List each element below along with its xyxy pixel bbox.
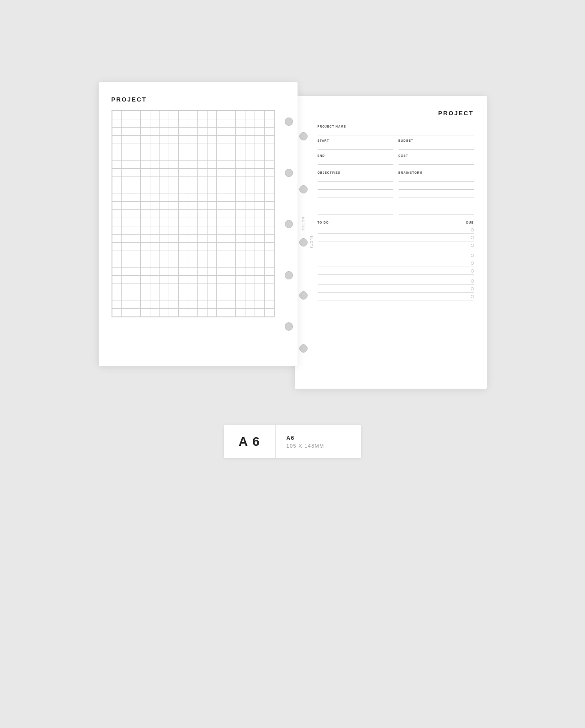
grid-cell: [226, 300, 236, 309]
grid-cell: [131, 119, 141, 128]
grid-cell: [140, 169, 150, 177]
grid-cell: [131, 243, 141, 251]
grid-cell: [188, 243, 198, 251]
grid-cell: [207, 268, 217, 276]
grid-cell: [179, 111, 188, 119]
grid-cell: [160, 128, 169, 136]
grid-cell: [236, 251, 245, 259]
grid-cell: [150, 292, 160, 300]
grid-cell: [169, 210, 179, 218]
grid-cell: [131, 251, 141, 259]
start-budget-row: START BUDGET: [318, 139, 474, 152]
project-name-line[interactable]: [318, 129, 474, 135]
todo-circle-2-1[interactable]: [471, 254, 474, 257]
todo-circle-3-3[interactable]: [471, 295, 474, 298]
grid-cell: [122, 210, 131, 218]
grid-cell: [226, 276, 236, 284]
grid-cell: [226, 309, 236, 317]
start-line[interactable]: [318, 143, 393, 150]
brainstorm-label: BRAINSTORM: [399, 171, 474, 174]
grid-cell: [179, 309, 188, 317]
budget-line[interactable]: [399, 143, 474, 150]
grid-cell: [217, 300, 226, 309]
grid-cell: [150, 276, 160, 284]
grid-cell: [112, 276, 122, 284]
grid-cell: [226, 268, 236, 276]
ring-1: [285, 118, 293, 126]
objectives-line-3[interactable]: [318, 192, 393, 198]
grid-cell: [188, 218, 198, 226]
todo-circle-3-2[interactable]: [471, 287, 474, 290]
grid-cell: [255, 193, 264, 202]
ring-4: [285, 271, 293, 279]
todo-circle-1-1[interactable]: [471, 228, 474, 231]
brainstorm-line-2[interactable]: [399, 183, 474, 190]
grid-cell: [188, 309, 198, 317]
grid-cell: [207, 111, 217, 119]
grid-cell: [255, 268, 264, 276]
grid-cell: [160, 276, 169, 284]
brainstorm-line-1[interactable]: [399, 175, 474, 182]
grid-cell: [150, 128, 160, 136]
todo-circle-2-2[interactable]: [471, 262, 474, 265]
grid-cell: [264, 251, 274, 259]
grid-cell: [197, 300, 207, 309]
grid-cell: [236, 111, 245, 119]
grid-cell: [197, 136, 207, 144]
grid-cell: [217, 202, 226, 210]
todo-circle-1-2[interactable]: [471, 236, 474, 239]
todo-circle-1-3[interactable]: [471, 244, 474, 247]
grid-cell: [122, 284, 131, 292]
grid-cell: [188, 284, 198, 292]
grid-cell: [112, 136, 122, 144]
todo-header: TO DO DUE: [318, 221, 474, 225]
grid-cell: [150, 268, 160, 276]
objectives-line-4[interactable]: [318, 200, 393, 206]
brainstorm-line-3[interactable]: [399, 192, 474, 198]
todo-section: TO DO DUE: [318, 221, 474, 300]
grid-cell: [131, 300, 141, 309]
grid-cell: [160, 119, 169, 128]
grid-cell: [245, 169, 255, 177]
grid-cell: [245, 251, 255, 259]
size-info-right: A6 105 X 148MM: [276, 425, 335, 458]
grid-cell: [207, 235, 217, 243]
grid-cell: [197, 119, 207, 128]
grid-cell: [226, 128, 236, 136]
grid-cell: [226, 202, 236, 210]
brainstorm-line-5[interactable]: [399, 208, 474, 214]
grid-cell: [179, 202, 188, 210]
grid-table: [112, 111, 274, 317]
todo-row-2-2: [318, 260, 474, 267]
grid-cell: [160, 152, 169, 161]
grid-cell: [140, 292, 150, 300]
grid-cell: [140, 144, 150, 152]
right-ring-4: [299, 291, 308, 300]
grid-cell: [160, 243, 169, 251]
grid-cell: [122, 144, 131, 152]
grid-cell: [150, 218, 160, 226]
grid-cell: [140, 243, 150, 251]
ring-3: [285, 220, 293, 228]
grid-cell: [112, 152, 122, 161]
grid-cell: [112, 218, 122, 226]
grid-cell: [255, 144, 264, 152]
todo-circle-2-3[interactable]: [471, 269, 474, 273]
grid-cell: [245, 284, 255, 292]
objectives-line-1[interactable]: [318, 175, 393, 182]
todo-circle-3-1[interactable]: [471, 279, 474, 283]
end-line[interactable]: [318, 158, 393, 165]
grid-cell: [226, 152, 236, 161]
objectives-line-2[interactable]: [318, 183, 393, 190]
grid-cell: [245, 152, 255, 161]
grid-cell: [122, 218, 131, 226]
cost-line[interactable]: [399, 158, 474, 165]
brainstorm-line-4[interactable]: [399, 200, 474, 206]
objectives-brainstorm-section: OBJECTIVES BRAINSTORM: [318, 171, 474, 216]
grid-cell: [255, 185, 264, 193]
grid-cell: [112, 243, 122, 251]
grid-cell: [226, 144, 236, 152]
grid-cell: [140, 259, 150, 268]
objectives-line-5[interactable]: [318, 208, 393, 214]
grid-cell: [217, 276, 226, 284]
